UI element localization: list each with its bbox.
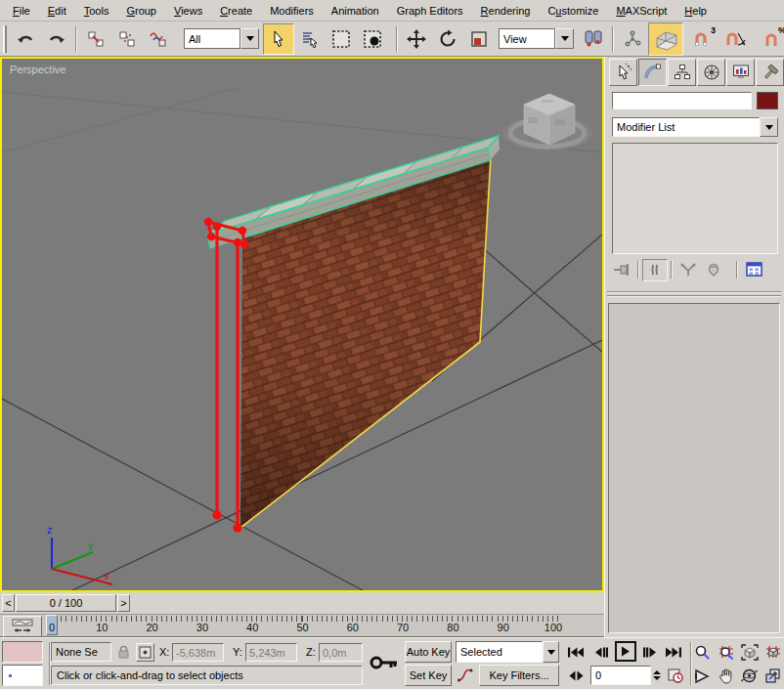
spinner-up-icon[interactable] (653, 670, 661, 674)
viewport-label[interactable]: Perspective (10, 64, 65, 75)
undo-button[interactable] (10, 23, 41, 55)
select-and-scale-button[interactable] (463, 23, 495, 55)
menu-group[interactable]: Group (117, 2, 165, 20)
zoom-extents-all-button[interactable] (762, 642, 783, 663)
menu-maxscript[interactable]: MAXScript (607, 2, 675, 20)
rollout-area[interactable] (608, 303, 780, 633)
configure-modifier-sets-button[interactable] (741, 259, 766, 281)
default-tangent-button[interactable] (456, 665, 475, 686)
select-and-link-button[interactable] (80, 23, 111, 55)
menu-file[interactable]: File (4, 2, 39, 20)
key-filters-button[interactable]: Key Filters... (479, 665, 559, 686)
menu-views[interactable]: Views (165, 2, 211, 20)
object-name-field[interactable] (612, 92, 752, 109)
background-cube-object[interactable] (502, 94, 592, 151)
ruler-tick-label: 100 (544, 622, 562, 633)
goto-start-button[interactable] (565, 643, 587, 661)
object-color-swatch[interactable] (757, 92, 778, 109)
tab-modify[interactable] (638, 59, 667, 86)
menu-graph-editors[interactable]: Graph Editors (388, 2, 472, 20)
rectangular-selection-region-button[interactable] (326, 23, 357, 55)
tab-motion[interactable] (697, 59, 725, 86)
menu-help[interactable]: Help (675, 2, 716, 20)
open-mini-curve-editor-button[interactable] (3, 616, 42, 637)
toolbar-drag-handle[interactable] (3, 25, 7, 53)
remove-modifier-button[interactable] (701, 259, 726, 281)
snaps-toggle-button[interactable] (648, 22, 683, 56)
time-ruler[interactable]: 0102030405060708090100 (43, 615, 600, 636)
modifier-stack-list[interactable] (612, 143, 778, 254)
window-crossing-toggle-button[interactable] (357, 23, 388, 55)
named-selection-set-field[interactable]: None Se (51, 642, 111, 662)
use-pivot-point-center-button[interactable] (578, 23, 609, 55)
dropdown-arrow-icon[interactable] (555, 28, 574, 49)
menu-customize[interactable]: Customize (539, 2, 607, 20)
time-slider-track[interactable]: < 0 / 100 > (0, 592, 604, 615)
bind-to-spacewarp-button[interactable] (143, 23, 174, 55)
dropdown-arrow-icon[interactable] (240, 28, 259, 49)
key-mode-toggle-button[interactable] (565, 667, 587, 684)
next-frame-button[interactable] (639, 643, 661, 661)
menu-tools[interactable]: Tools (75, 2, 118, 20)
perspective-viewport[interactable]: Perspective (0, 57, 604, 592)
tab-hierarchy[interactable] (668, 59, 696, 86)
snap-toggle-3-button[interactable]: 3 (683, 23, 719, 55)
selection-filter-dropdown[interactable]: All (184, 28, 259, 49)
auto-key-button[interactable]: Auto Key (405, 641, 452, 663)
menu-rendering[interactable]: Rendering (472, 2, 540, 20)
set-keys-button[interactable] (368, 648, 401, 677)
menu-create[interactable]: Create (211, 2, 261, 20)
select-and-rotate-button[interactable] (432, 23, 463, 55)
current-frame-field[interactable]: 0 (590, 666, 651, 685)
zoom-extents-button[interactable] (739, 642, 760, 663)
key-mode-dropdown[interactable]: Selected (456, 641, 559, 663)
select-by-name-button[interactable] (294, 23, 326, 55)
angle-snap-button[interactable] (719, 23, 754, 55)
modifier-list-value: Modifier List (612, 117, 760, 137)
modifier-list-dropdown[interactable]: Modifier List (612, 117, 778, 137)
unlink-selection-button[interactable] (111, 23, 143, 55)
select-object-button[interactable] (263, 23, 294, 55)
frame-spinner[interactable] (652, 666, 662, 685)
tab-create[interactable] (609, 59, 637, 86)
show-end-result-button[interactable] (642, 259, 668, 281)
zoom-all-button[interactable] (716, 642, 736, 663)
viewport-canvas[interactable]: z y x (2, 59, 602, 590)
reference-coordinate-dropdown[interactable]: View (499, 28, 574, 49)
menu-edit[interactable]: Edit (39, 2, 75, 20)
z-coord-field[interactable]: 0,0m (319, 643, 363, 662)
redo-button[interactable] (41, 23, 72, 55)
time-slider-button[interactable]: 0 / 100 (16, 594, 116, 612)
selection-lock-toggle[interactable] (114, 643, 132, 661)
frame-back-button[interactable]: < (2, 594, 15, 612)
pin-stack-button[interactable] (609, 259, 634, 281)
menu-modifiers[interactable]: Modifiers (261, 2, 323, 20)
tab-display[interactable] (726, 59, 755, 86)
zoom-button[interactable] (692, 642, 713, 663)
tab-utilities[interactable] (756, 59, 784, 86)
percent-snap-button[interactable]: % (754, 23, 784, 55)
arc-rotate-button[interactable] (739, 666, 760, 686)
make-unique-button[interactable] (675, 259, 701, 281)
menu-animation[interactable]: Animation (323, 2, 388, 20)
track-bar[interactable]: 0102030405060708090100 (0, 615, 604, 637)
time-configuration-button[interactable] (666, 667, 684, 684)
maxscript-mini-listener-white[interactable] (2, 665, 43, 686)
select-and-manipulate-button[interactable] (617, 23, 648, 55)
dropdown-arrow-icon[interactable] (760, 117, 778, 137)
spinner-down-icon[interactable] (653, 676, 661, 680)
min-max-toggle-button[interactable] (762, 666, 783, 686)
goto-end-button[interactable] (663, 643, 684, 661)
y-coord-field[interactable]: 5,243m (245, 643, 297, 662)
pan-button[interactable] (716, 666, 736, 686)
frame-forward-button[interactable]: > (117, 594, 130, 612)
maxscript-mini-listener-pink[interactable] (2, 641, 43, 663)
play-button[interactable] (615, 641, 636, 662)
x-coord-field[interactable]: -5,638m (172, 643, 224, 662)
dropdown-arrow-icon[interactable] (543, 641, 559, 663)
select-and-move-button[interactable] (401, 23, 432, 55)
absolute-offset-toggle[interactable] (136, 643, 154, 662)
field-of-view-button[interactable] (692, 666, 713, 686)
previous-frame-button[interactable] (590, 643, 612, 661)
set-key-button[interactable]: Set Key (405, 665, 452, 686)
